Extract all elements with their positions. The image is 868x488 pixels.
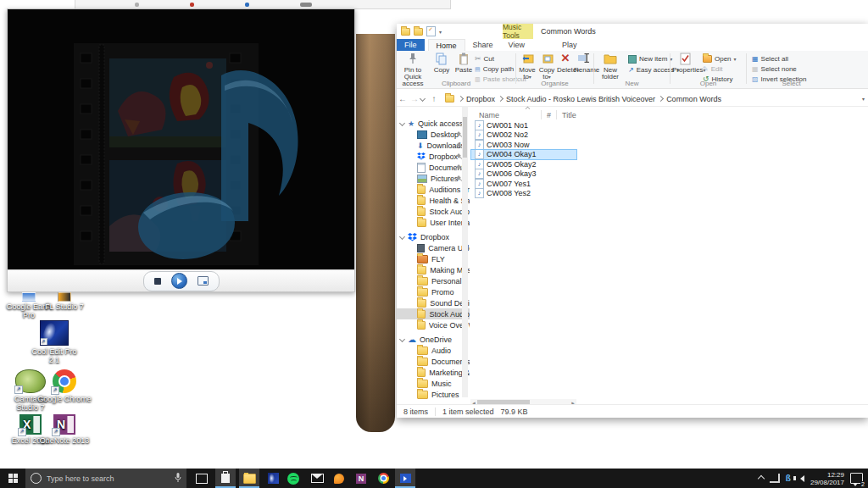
sidebar-item-dropbox-pinned[interactable]: Dropbox [397,151,470,162]
tab-view[interactable]: View [501,39,532,51]
sidebar-item-personal[interactable]: Personal [397,275,470,286]
volume-icon[interactable] [800,475,804,482]
chevron-down-icon[interactable] [399,234,405,240]
folder-icon[interactable] [401,28,410,36]
network-icon[interactable] [770,474,780,483]
taskbar-media-player[interactable] [395,469,415,488]
properties-button[interactable]: Properties▾ [672,53,698,74]
forward-button[interactable]: → [409,94,420,103]
sidebar-item-camera-uploads[interactable]: Camera Uploads [397,242,470,253]
sidebar-item-user-interface[interactable]: User Interface [397,217,470,228]
move-to-button[interactable]: Move to▾ [518,53,537,80]
sidebar-item-sound-design[interactable]: Sound Design [397,297,470,308]
properties-check-icon[interactable] [426,26,436,36]
task-view-button[interactable] [192,469,212,488]
delete-button[interactable]: ✕ Delete▾ [557,53,574,74]
sidebar-item-health-safety[interactable]: Health & Safety [397,195,470,206]
taskbar-clock[interactable]: 12:29 29/08/2017 [810,471,844,486]
chevron-down-icon[interactable] [399,336,405,342]
sidebar-item-promo[interactable]: Promo [397,286,470,297]
sidebar-item-od-marketing[interactable]: Marketing & Pro [397,367,470,378]
taskbar-store[interactable] [215,469,236,488]
file-row[interactable]: ♪ CW001 No1 [471,120,576,130]
start-button[interactable] [0,469,25,488]
new-folder-button[interactable]: New folder [598,53,623,80]
paste-button[interactable]: Paste [451,53,476,74]
chevron-down-icon[interactable]: ▾ [439,29,442,35]
column-separator[interactable] [541,110,542,119]
scrollbar-thumb[interactable] [463,117,467,158]
column-header-name[interactable]: Name [479,111,499,119]
column-separator[interactable] [556,110,557,119]
taskbar-search-box[interactable]: Type here to search [25,469,186,488]
taskbar-file-explorer[interactable] [239,469,259,488]
sidebar-item-od-documents[interactable]: Documents [397,356,470,367]
edit-button[interactable]: ✎ Edit [703,64,723,74]
sidebar-item-downloads[interactable]: ⬇ Downloads [397,140,470,151]
sidebar-item-documents[interactable]: Documents [397,162,470,173]
select-none-button[interactable]: ▦ Select none [752,64,797,74]
sidebar-item-fly[interactable]: FLY [397,253,470,264]
sidebar-item-od-pictures[interactable]: Pictures [397,389,470,400]
desktop-icon-onenote[interactable]: ↗ OneNote 2013 [37,414,92,445]
taskbar-chrome[interactable] [373,469,393,488]
recent-locations-chevron[interactable] [420,96,426,102]
column-header-title[interactable]: Title [562,111,576,119]
address-dropdown-chevron[interactable]: ▾ [862,96,865,102]
file-row[interactable]: ♪ CW003 Now [471,140,576,150]
sidebar-item-od-music[interactable]: Music [397,378,470,389]
cut-button[interactable]: ✂ Cut [475,54,494,64]
breadcrumb-stock-audio[interactable]: Stock Audio - Rosko Lewis British Voiceo… [504,95,658,103]
sidebar-item-desktop[interactable]: Desktop [397,129,470,140]
tab-play[interactable]: Play [554,39,585,51]
up-button[interactable]: ↑ [428,94,440,103]
sidebar-item-od-audio[interactable]: Audio [397,345,470,356]
play-button[interactable] [171,273,187,289]
taskbar-cool-edit[interactable] [263,469,283,488]
desktop-icon-chrome[interactable]: ↗ Google Chrome [37,369,92,403]
copy-to-button[interactable]: Copy to▾ [537,53,556,80]
breadcrumb-dropbox[interactable]: Dropbox [464,95,498,103]
sidebar-item-pictures[interactable]: Pictures [397,173,470,184]
sidebar-section-onedrive[interactable]: ☁ OneDrive [397,334,470,345]
sidebar-item-stock-audio-qa[interactable]: Stock Audio - R [397,206,470,217]
desktop-icon-cool-edit[interactable]: ↗ Cool Edit Pro 2.1 [27,320,81,364]
file-row[interactable]: ♪ CW002 No2 [471,130,576,141]
action-center-icon[interactable]: 2 [850,473,863,484]
music-tools-contextual-tab[interactable]: Music Tools [503,24,533,39]
breadcrumb-common-words[interactable]: Common Words [664,95,724,103]
chevron-down-icon[interactable] [399,120,405,126]
file-row[interactable]: ♪ CW005 Okay2 [471,159,576,169]
show-hidden-icons-chevron[interactable] [758,474,765,481]
microphone-icon[interactable] [175,473,181,485]
select-all-button[interactable]: ▦ Select all [752,54,788,64]
sidebar-scrollbar[interactable] [462,106,468,397]
sidebar-section-quick-access[interactable]: ★ Quick access [397,118,470,129]
tab-file[interactable]: File [397,39,425,51]
sidebar-item-making-music[interactable]: Making Music [397,264,470,275]
switch-view-button[interactable] [198,276,209,286]
new-item-button[interactable]: New item▾ [628,54,672,64]
file-row[interactable]: ♪ CW007 Yes1 [471,179,576,189]
taskbar-spotify[interactable] [283,469,303,488]
rename-button[interactable]: Rename [574,53,594,74]
taskbar-onenote[interactable]: N [351,469,371,488]
stop-button[interactable] [154,278,161,285]
folder-icon[interactable] [414,28,423,36]
open-button[interactable]: Open▾ [703,54,737,64]
back-button[interactable]: ← [397,94,409,103]
sidebar-section-dropbox[interactable]: Dropbox [397,231,470,242]
file-row[interactable]: ♪ CW008 Yes2 [471,189,576,199]
sidebar-item-auditions[interactable]: Auditions and O [397,184,470,195]
taskbar-mail[interactable] [307,469,327,488]
desktop-icon-fl-studio[interactable]: FL Studio 7 [37,292,92,311]
file-row[interactable]: ♪ CW006 Okay3 [471,169,576,180]
tab-share[interactable]: Share [465,39,501,51]
taskbar-fl-studio[interactable] [329,469,349,488]
column-header-number[interactable]: # [547,111,551,119]
copy-path-button[interactable]: ▤ Copy path [475,64,514,74]
sidebar-item-voice-over-work[interactable]: Voice Over Work [397,319,470,330]
bluetooth-icon[interactable]: ß [786,474,791,483]
file-row-selected[interactable]: ♪ CW004 Okay1 [471,150,576,160]
sidebar-item-stock-audio-current[interactable]: Stock Audio - R [397,308,470,319]
